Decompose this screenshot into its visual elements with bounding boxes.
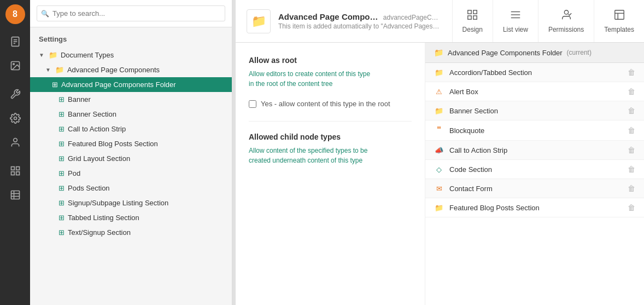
- cta-name: Call to Action Strip: [449, 146, 622, 154]
- cta-delete-button[interactable]: 🗑: [628, 146, 635, 154]
- app-logo[interactable]: 8: [5, 4, 25, 24]
- allowed-child-title: Allowed child node types: [249, 133, 412, 141]
- allowed-item-featured-blog-sec: 📁 Featured Blog Posts Section 🗑: [425, 198, 644, 217]
- permissions-tab-icon: [560, 9, 572, 24]
- tab-permissions-label: Permissions: [548, 26, 584, 33]
- sidebar-item-pod[interactable]: ⊞ Pod: [30, 166, 232, 181]
- sidebar-label-tabbed-listing: Tabbed Listing Section: [68, 214, 139, 222]
- sidebar-item-text-signup[interactable]: ⊞ Text/Signup Section: [30, 225, 232, 240]
- blockquote-name: Blockquote: [449, 126, 622, 135]
- accordion-delete-button[interactable]: 🗑: [628, 68, 635, 77]
- allowed-header-name: Advanced Page Components Folder: [448, 49, 563, 57]
- allow-as-root-checkbox-label: Yes - allow content of this type in the …: [261, 100, 390, 108]
- sidebar-label-signup-subpage: Signup/Subpage Listing Section: [68, 199, 168, 207]
- allowed-header: 📁 Advanced Page Components Folder (curre…: [425, 43, 644, 63]
- grid-icon-grid-layout: ⊞: [58, 154, 65, 163]
- list-view-tab-icon: [510, 9, 522, 24]
- code-section-delete-button[interactable]: 🗑: [628, 165, 635, 174]
- tab-design[interactable]: Design: [452, 0, 493, 42]
- alert-box-icon: ⚠: [434, 88, 444, 96]
- sidebar-label-pod: Pod: [68, 169, 80, 177]
- svg-rect-18: [468, 16, 471, 19]
- grid-icon-text-signup: ⊞: [58, 228, 65, 237]
- sidebar-item-signup-subpage[interactable]: ⊞ Signup/Subpage Listing Section: [30, 195, 232, 210]
- sidebar-item-adv-page[interactable]: ▼ 📁 Advanced Page Components: [30, 62, 232, 77]
- contact-form-delete-button[interactable]: 🗑: [628, 184, 635, 193]
- contact-form-name: Contact Form: [449, 185, 622, 193]
- grid-icon-featured-blog: ⊞: [58, 140, 65, 148]
- svg-point-6: [14, 117, 16, 120]
- search-input[interactable]: [37, 5, 225, 21]
- svg-point-7: [13, 139, 17, 142]
- left-panel: Allow as root Allow editors to create co…: [236, 43, 425, 305]
- grid-icon-cta-strip: ⊞: [58, 125, 65, 133]
- nav-table-icon[interactable]: [4, 184, 26, 206]
- nav-wrench-icon[interactable]: [4, 83, 26, 105]
- svg-rect-17: [473, 10, 477, 14]
- sidebar-item-banner-section[interactable]: ⊞ Banner Section: [30, 107, 232, 122]
- sidebar-item-doc-types[interactable]: ▼ 📁 Document Types: [30, 48, 232, 62]
- allowed-header-folder-icon: 📁: [434, 48, 443, 57]
- sidebar-item-pods-section[interactable]: ⊞ Pods Section: [30, 181, 232, 195]
- tab-list-view[interactable]: List view: [493, 0, 538, 42]
- allowed-item-contact-form: ✉ Contact Form 🗑: [425, 179, 644, 198]
- sidebar-item-tabbed-listing[interactable]: ⊞ Tabbed Listing Section: [30, 210, 232, 225]
- allow-as-root-section: Allow as root Allow editors to create co…: [249, 56, 412, 89]
- cta-icon: 📣: [434, 146, 444, 154]
- sidebar-item-cta-strip[interactable]: ⊞ Call to Action Strip: [30, 122, 232, 136]
- svg-rect-9: [16, 167, 19, 170]
- banner-sec-delete-button[interactable]: 🗑: [628, 106, 635, 115]
- sidebar-label-banner-section: Banner Section: [68, 110, 116, 118]
- grid-icon-pods-section: ⊞: [58, 184, 65, 192]
- sidebar-search-area: 🔍: [30, 0, 232, 27]
- toggle-arrow-adv-page: ▼: [45, 67, 51, 73]
- grid-icon-tabbed-listing: ⊞: [58, 214, 65, 222]
- nav-content-icon[interactable]: [4, 160, 26, 182]
- allowed-item-accordion: 📁 Accordion/Tabbed Section 🗑: [425, 63, 644, 82]
- svg-point-23: [564, 10, 568, 14]
- content-body: Allow as root Allow editors to create co…: [236, 43, 644, 305]
- alert-box-delete-button[interactable]: 🗑: [628, 87, 635, 96]
- header-subtitle: This item is added automatically to "Adv…: [278, 22, 441, 30]
- sidebar-item-grid-layout[interactable]: ⊞ Grid Layout Section: [30, 151, 232, 166]
- allow-as-root-checkbox-row: Yes - allow content of this type in the …: [249, 100, 412, 108]
- templates-tab-icon: [613, 9, 625, 24]
- banner-sec-name: Banner Section: [449, 107, 622, 115]
- allowed-child-desc: Allow content of the specified types to …: [249, 146, 412, 165]
- svg-rect-12: [11, 191, 19, 199]
- header-left: 📁 Advanced Page Components Folder advanc…: [236, 9, 452, 33]
- nav-image-icon[interactable]: [4, 55, 26, 77]
- sidebar-item-banner[interactable]: ⊞ Banner: [30, 92, 232, 107]
- sidebar-label-grid-layout: Grid Layout Section: [68, 154, 130, 163]
- nav-bar: 8: [0, 0, 30, 305]
- featured-blog-sec-name: Featured Blog Posts Section: [449, 204, 622, 212]
- toggle-arrow-doc-types: ▼: [39, 52, 44, 58]
- allowed-item-code-section: ◇ Code Section 🗑: [425, 160, 644, 179]
- tab-permissions[interactable]: Permissions: [538, 0, 594, 42]
- sidebar-item-featured-blog[interactable]: ⊞ Featured Blog Posts Section: [30, 136, 232, 151]
- accordion-name: Accordion/Tabbed Section: [449, 68, 622, 77]
- header-alias: advancedPageComponents: [383, 14, 441, 21]
- featured-blog-sec-delete-button[interactable]: 🗑: [628, 203, 635, 212]
- nav-user-icon[interactable]: [4, 131, 26, 153]
- svg-rect-11: [16, 172, 19, 175]
- sidebar-settings-label: Settings: [30, 27, 232, 48]
- sidebar-label-banner: Banner: [68, 95, 91, 103]
- nav-page-icon[interactable]: [4, 31, 26, 53]
- blockquote-delete-button[interactable]: 🗑: [628, 126, 635, 135]
- header-tabs: Design List view Permissions: [452, 0, 644, 42]
- sidebar-label-featured-blog: Featured Blog Posts Section: [68, 140, 158, 148]
- tab-list-view-label: List view: [503, 26, 528, 33]
- header-folder-icon: 📁: [247, 9, 271, 33]
- nav-settings-icon[interactable]: [4, 107, 26, 129]
- allow-as-root-checkbox[interactable]: [249, 100, 256, 108]
- sidebar: 🔍 Settings ▼ 📁 Document Types ▼ 📁 Advanc…: [30, 0, 232, 305]
- grid-icon-signup-subpage: ⊞: [58, 199, 65, 207]
- grid-icon-banner: ⊞: [58, 95, 65, 103]
- sidebar-item-adv-folder[interactable]: ⊞ Advanced Page Components Folder: [30, 77, 232, 92]
- sidebar-tree: ▼ 📁 Document Types ▼ 📁 Advanced Page Com…: [30, 48, 232, 305]
- code-section-icon: ◇: [434, 165, 444, 174]
- content-header: 📁 Advanced Page Components Folder advanc…: [236, 0, 644, 43]
- tab-templates[interactable]: Templates: [594, 0, 644, 42]
- allowed-item-banner-sec: 📁 Banner Section 🗑: [425, 101, 644, 120]
